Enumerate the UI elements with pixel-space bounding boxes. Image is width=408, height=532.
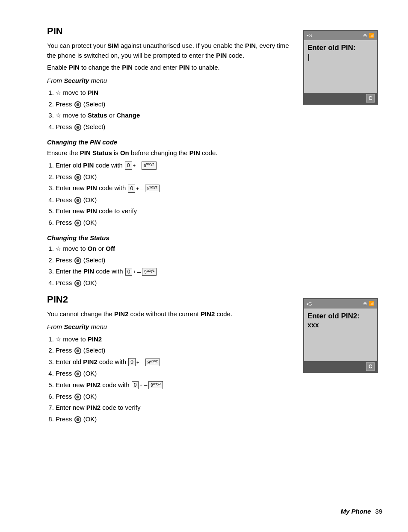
pin2-phone-screen: ▪G ⊕ 📶 Enter old PIN2: xxx C	[303, 298, 378, 373]
pin-title: PIN	[47, 26, 290, 37]
list-item: Enter old PIN2 code with 0+–9wxyz	[56, 357, 290, 367]
footer-brand: My Phone	[340, 508, 371, 515]
pin2-status-icons-right: ⊕ 📶	[363, 301, 375, 306]
pin2-status-icons-left: ▪G	[307, 301, 312, 306]
pin-phone-mockup: ▪G ⊕ 📶 Enter old PIN: C	[303, 30, 382, 290]
list-item: ☆ move to PIN	[56, 88, 290, 98]
list-item: ☆ move to PIN2	[56, 335, 290, 344]
pin2-display-area: Enter old PIN2: xxx	[304, 309, 377, 361]
list-item: Press (Select)	[56, 100, 290, 109]
pin-phone-statusbar: ▪G ⊕ 📶	[304, 31, 377, 40]
status-icons-left: ▪G	[307, 33, 312, 38]
pin-phone-screen: ▪G ⊕ 📶 Enter old PIN: C	[303, 30, 378, 105]
pin-bottom-bar: C	[304, 93, 377, 104]
pin2-phone-mockup: ▪G ⊕ 📶 Enter old PIN2: xxx C	[303, 298, 382, 426]
sim-icon: ▪G	[307, 33, 312, 38]
list-item: Enter new PIN2 code to verify	[56, 403, 290, 413]
changing-status-steps: ☆ move to On or Off Press (Select) Enter…	[56, 244, 290, 288]
pin2-display-text: Enter old PIN2:	[307, 311, 374, 321]
pin2-phone-statusbar: ▪G ⊕ 📶	[304, 299, 377, 309]
list-item: Press (OK)	[56, 195, 290, 205]
pin2-sim-icon: ▪G	[307, 301, 312, 306]
pin-intro-2: Enable PIN to change the PIN code and en…	[47, 63, 290, 73]
pin2-intro: You cannot change the PIN2 code without …	[47, 309, 290, 319]
footer-page-number: 39	[375, 508, 382, 515]
status-icons-right: ⊕ 📶	[363, 33, 375, 38]
pin2-bluetooth-icon: ⊕	[363, 301, 367, 306]
list-item: Enter new PIN code to verify	[56, 206, 290, 216]
page-footer: My Phone 39	[340, 508, 382, 515]
list-item: ☆ move to Status or Change	[56, 111, 290, 121]
changing-pin-subsection: Changing the PIN code Ensure the PIN Sta…	[47, 138, 290, 227]
list-item: Press (OK)	[56, 218, 290, 228]
pin2-title: PIN2	[47, 294, 290, 305]
pin-section: PIN You can protect your SIM against una…	[47, 26, 382, 290]
list-item: Enter old PIN code with 0+–9wxyz	[56, 161, 290, 170]
pin2-steps: ☆ move to PIN2 Press (Select) Enter old …	[56, 335, 290, 424]
list-item: Press (OK)	[56, 172, 290, 182]
pin2-section: PIN2 You cannot change the PIN2 code wit…	[47, 294, 382, 426]
pin-menu-steps: ☆ move to PIN Press (Select) ☆ move to S…	[56, 88, 290, 132]
pin2-c-button: C	[366, 362, 375, 371]
list-item: Enter new PIN code with 0+–9wxyz	[56, 183, 290, 193]
changing-status-title: Changing the Status	[47, 234, 290, 241]
pin2-from-menu: From Security menu	[47, 322, 290, 332]
list-item: Press (Select)	[56, 346, 290, 356]
pin2-bottom-bar: C	[304, 361, 377, 372]
signal-icon: 📶	[369, 33, 375, 38]
changing-status-subsection: Changing the Status ☆ move to On or Off …	[47, 234, 290, 288]
list-item: Press (Select)	[56, 122, 290, 132]
list-item: Press (OK)	[56, 369, 290, 379]
list-item: ☆ move to On or Off	[56, 244, 290, 254]
pin-display-text: Enter old PIN:	[307, 43, 374, 53]
pin-c-button: C	[366, 94, 375, 103]
pin2-text-content: PIN2 You cannot change the PIN2 code wit…	[47, 294, 290, 426]
list-item: Press (OK)	[56, 414, 290, 424]
pin2-masked-input: xxx	[307, 321, 374, 329]
pin-display-area: Enter old PIN:	[304, 40, 377, 93]
changing-pin-steps: Enter old PIN code with 0+–9wxyz Press (…	[56, 161, 290, 228]
list-item: Press (OK)	[56, 392, 290, 402]
list-item: Press (Select)	[56, 256, 290, 265]
pin-text-content: PIN You can protect your SIM against una…	[47, 26, 290, 290]
pin-cursor	[308, 54, 309, 61]
list-item: Enter the PIN code with 0+–9wxyz	[56, 267, 290, 276]
pin-intro-1: You can protect your SIM against unautho…	[47, 41, 290, 60]
page: PIN You can protect your SIM against una…	[0, 0, 408, 532]
list-item: Enter new PIN2 code with 0+–9wxyz	[56, 380, 290, 390]
list-item: Press (OK)	[56, 278, 290, 288]
bluetooth-icon: ⊕	[363, 33, 367, 38]
changing-pin-intro: Ensure the PIN Status is On before chang…	[47, 148, 290, 158]
pin2-signal-icon: 📶	[369, 301, 375, 306]
pin-from-menu: From Security menu	[47, 76, 290, 86]
changing-pin-title: Changing the PIN code	[47, 138, 290, 146]
